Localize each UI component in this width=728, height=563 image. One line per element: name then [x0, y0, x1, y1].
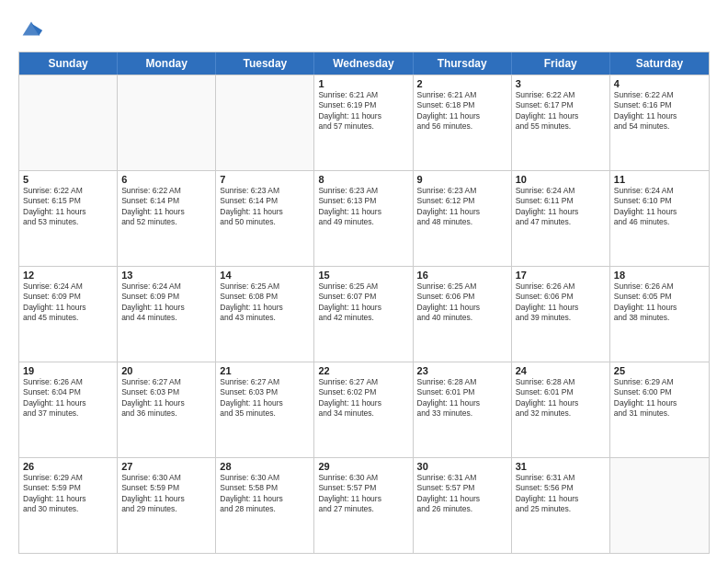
day-number: 7 — [220, 174, 310, 185]
day-number: 8 — [318, 174, 408, 185]
table-row — [216, 75, 314, 170]
table-row: 11Sunrise: 6:24 AM Sunset: 6:10 PM Dayli… — [610, 171, 709, 266]
day-info: Sunrise: 6:27 AM Sunset: 6:03 PM Dayligh… — [121, 377, 211, 419]
day-info: Sunrise: 6:26 AM Sunset: 6:04 PM Dayligh… — [23, 377, 113, 419]
table-row — [118, 75, 216, 170]
table-row: 30Sunrise: 6:31 AM Sunset: 5:57 PM Dayli… — [414, 458, 512, 553]
table-row: 27Sunrise: 6:30 AM Sunset: 5:59 PM Dayli… — [118, 458, 216, 553]
day-number: 31 — [516, 461, 606, 472]
day-number: 25 — [614, 365, 705, 376]
day-number: 10 — [516, 174, 606, 185]
day-info: Sunrise: 6:30 AM Sunset: 5:59 PM Dayligh… — [121, 473, 211, 515]
calendar-week-4: 19Sunrise: 6:26 AM Sunset: 6:04 PM Dayli… — [19, 362, 709, 457]
day-info: Sunrise: 6:23 AM Sunset: 6:12 PM Dayligh… — [417, 186, 507, 228]
day-info: Sunrise: 6:23 AM Sunset: 6:14 PM Dayligh… — [220, 186, 310, 228]
day-info: Sunrise: 6:24 AM Sunset: 6:09 PM Dayligh… — [121, 282, 211, 324]
logo — [18, 17, 46, 42]
table-row: 14Sunrise: 6:25 AM Sunset: 6:08 PM Dayli… — [216, 267, 314, 362]
table-row: 5Sunrise: 6:22 AM Sunset: 6:15 PM Daylig… — [19, 171, 118, 266]
table-row: 26Sunrise: 6:29 AM Sunset: 5:59 PM Dayli… — [19, 458, 118, 553]
day-info: Sunrise: 6:24 AM Sunset: 6:11 PM Dayligh… — [516, 186, 606, 228]
day-info: Sunrise: 6:22 AM Sunset: 6:14 PM Dayligh… — [121, 186, 211, 228]
day-number: 19 — [23, 365, 113, 376]
table-row: 7Sunrise: 6:23 AM Sunset: 6:14 PM Daylig… — [216, 171, 314, 266]
calendar: SundayMondayTuesdayWednesdayThursdayFrid… — [18, 52, 710, 554]
day-number: 28 — [220, 461, 310, 472]
table-row: 16Sunrise: 6:25 AM Sunset: 6:06 PM Dayli… — [414, 267, 512, 362]
day-info: Sunrise: 6:29 AM Sunset: 6:00 PM Dayligh… — [614, 377, 705, 419]
header-day-saturday: Saturday — [610, 52, 709, 75]
day-number: 15 — [318, 270, 408, 281]
table-row: 25Sunrise: 6:29 AM Sunset: 6:00 PM Dayli… — [610, 362, 709, 457]
table-row: 24Sunrise: 6:28 AM Sunset: 6:01 PM Dayli… — [512, 362, 610, 457]
header-day-thursday: Thursday — [414, 52, 512, 75]
day-info: Sunrise: 6:29 AM Sunset: 5:59 PM Dayligh… — [23, 473, 113, 515]
day-number: 27 — [121, 461, 211, 472]
day-number: 3 — [516, 78, 606, 89]
calendar-week-5: 26Sunrise: 6:29 AM Sunset: 5:59 PM Dayli… — [19, 457, 709, 553]
day-info: Sunrise: 6:31 AM Sunset: 5:57 PM Dayligh… — [417, 473, 507, 515]
day-info: Sunrise: 6:27 AM Sunset: 6:02 PM Dayligh… — [318, 377, 408, 419]
calendar-week-2: 5Sunrise: 6:22 AM Sunset: 6:15 PM Daylig… — [19, 170, 709, 266]
header-day-wednesday: Wednesday — [314, 52, 413, 75]
table-row: 4Sunrise: 6:22 AM Sunset: 6:16 PM Daylig… — [610, 75, 709, 170]
day-number: 21 — [220, 365, 310, 376]
day-number: 5 — [23, 174, 113, 185]
day-number: 30 — [417, 461, 507, 472]
day-info: Sunrise: 6:30 AM Sunset: 5:58 PM Dayligh… — [220, 473, 310, 515]
table-row: 29Sunrise: 6:30 AM Sunset: 5:57 PM Dayli… — [314, 458, 413, 553]
table-row: 8Sunrise: 6:23 AM Sunset: 6:13 PM Daylig… — [314, 171, 413, 266]
table-row: 13Sunrise: 6:24 AM Sunset: 6:09 PM Dayli… — [118, 267, 216, 362]
table-row: 22Sunrise: 6:27 AM Sunset: 6:02 PM Dayli… — [314, 362, 413, 457]
day-number: 17 — [516, 270, 606, 281]
table-row: 19Sunrise: 6:26 AM Sunset: 6:04 PM Dayli… — [19, 362, 118, 457]
day-info: Sunrise: 6:22 AM Sunset: 6:15 PM Dayligh… — [23, 186, 113, 228]
table-row: 20Sunrise: 6:27 AM Sunset: 6:03 PM Dayli… — [118, 362, 216, 457]
day-info: Sunrise: 6:21 AM Sunset: 6:19 PM Dayligh… — [318, 90, 408, 132]
table-row — [19, 75, 118, 170]
table-row: 21Sunrise: 6:27 AM Sunset: 6:03 PM Dayli… — [216, 362, 314, 457]
day-number: 20 — [121, 365, 211, 376]
table-row: 17Sunrise: 6:26 AM Sunset: 6:06 PM Dayli… — [512, 267, 610, 362]
day-number: 24 — [516, 365, 606, 376]
day-number: 14 — [220, 270, 310, 281]
day-number: 18 — [614, 270, 705, 281]
header-day-sunday: Sunday — [19, 52, 118, 75]
table-row: 3Sunrise: 6:22 AM Sunset: 6:17 PM Daylig… — [512, 75, 610, 170]
day-info: Sunrise: 6:24 AM Sunset: 6:09 PM Dayligh… — [23, 282, 113, 324]
day-number: 16 — [417, 270, 507, 281]
day-number: 6 — [121, 174, 211, 185]
day-number: 13 — [121, 270, 211, 281]
day-number: 23 — [417, 365, 507, 376]
day-info: Sunrise: 6:30 AM Sunset: 5:57 PM Dayligh… — [318, 473, 408, 515]
day-info: Sunrise: 6:22 AM Sunset: 6:16 PM Dayligh… — [614, 90, 705, 132]
day-number: 11 — [614, 174, 705, 185]
logo-icon — [18, 17, 44, 42]
day-number: 29 — [318, 461, 408, 472]
day-info: Sunrise: 6:24 AM Sunset: 6:10 PM Dayligh… — [614, 186, 705, 228]
header-day-tuesday: Tuesday — [216, 52, 314, 75]
day-info: Sunrise: 6:25 AM Sunset: 6:07 PM Dayligh… — [318, 282, 408, 324]
header-day-monday: Monday — [118, 52, 216, 75]
day-info: Sunrise: 6:27 AM Sunset: 6:03 PM Dayligh… — [220, 377, 310, 419]
table-row: 12Sunrise: 6:24 AM Sunset: 6:09 PM Dayli… — [19, 267, 118, 362]
table-row: 9Sunrise: 6:23 AM Sunset: 6:12 PM Daylig… — [414, 171, 512, 266]
day-info: Sunrise: 6:28 AM Sunset: 6:01 PM Dayligh… — [516, 377, 606, 419]
day-number: 26 — [23, 461, 113, 472]
day-info: Sunrise: 6:23 AM Sunset: 6:13 PM Dayligh… — [318, 186, 408, 228]
table-row — [610, 458, 709, 553]
day-info: Sunrise: 6:26 AM Sunset: 6:05 PM Dayligh… — [614, 282, 705, 324]
day-number: 1 — [318, 78, 408, 89]
day-number: 2 — [417, 78, 507, 89]
table-row: 23Sunrise: 6:28 AM Sunset: 6:01 PM Dayli… — [414, 362, 512, 457]
calendar-week-1: 1Sunrise: 6:21 AM Sunset: 6:19 PM Daylig… — [19, 75, 709, 170]
day-info: Sunrise: 6:26 AM Sunset: 6:06 PM Dayligh… — [516, 282, 606, 324]
day-info: Sunrise: 6:25 AM Sunset: 6:08 PM Dayligh… — [220, 282, 310, 324]
calendar-header: SundayMondayTuesdayWednesdayThursdayFrid… — [19, 52, 709, 75]
table-row: 10Sunrise: 6:24 AM Sunset: 6:11 PM Dayli… — [512, 171, 610, 266]
table-row: 18Sunrise: 6:26 AM Sunset: 6:05 PM Dayli… — [610, 267, 709, 362]
calendar-week-3: 12Sunrise: 6:24 AM Sunset: 6:09 PM Dayli… — [19, 266, 709, 362]
table-row: 1Sunrise: 6:21 AM Sunset: 6:19 PM Daylig… — [314, 75, 413, 170]
day-number: 9 — [417, 174, 507, 185]
day-info: Sunrise: 6:25 AM Sunset: 6:06 PM Dayligh… — [417, 282, 507, 324]
